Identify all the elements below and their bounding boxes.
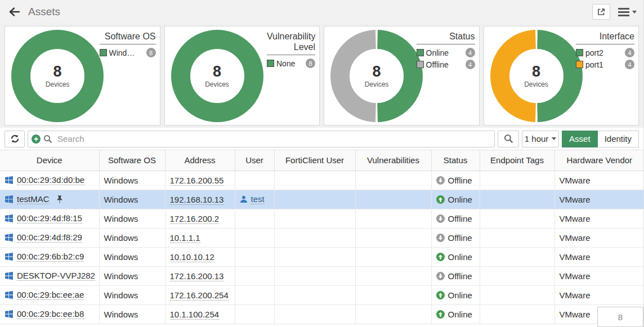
windows-icon (5, 290, 14, 299)
windows-icon (5, 233, 14, 242)
status-label: Online (448, 290, 472, 300)
search-submit-button[interactable] (498, 131, 519, 147)
view-tabs: Asset Identity (562, 131, 639, 147)
chart-title: Interface (576, 31, 634, 42)
donut-chart[interactable] (169, 28, 265, 124)
chevron-down-icon (552, 137, 556, 140)
hardware-vendor: VMware (560, 233, 591, 243)
legend-item[interactable]: Windows 8 (100, 48, 156, 57)
table-row[interactable]: 00:0c:29:4d:f8:15 Windows 172.16.200.2 O… (0, 209, 644, 228)
device-address[interactable]: 172.16.200.55 (170, 176, 224, 186)
legend-item[interactable]: port1 4 (576, 60, 634, 69)
device-name[interactable]: 00:0c:29:4d:f8:29 (17, 232, 82, 243)
device-address[interactable]: 10.10.10.12 (170, 252, 214, 262)
external-link-icon (597, 7, 606, 16)
legend-item[interactable]: Online 4 (417, 48, 475, 57)
column-header-user[interactable]: User (235, 150, 274, 171)
column-header-status[interactable]: Status (431, 150, 480, 171)
legend-label: Offline (426, 60, 449, 69)
device-address[interactable]: 10.1.1.1 (170, 233, 200, 243)
tab-asset[interactable]: Asset (562, 131, 598, 147)
assets-page: Assets 8 DevicesSoftware OS Windows 88 D… (0, 0, 644, 327)
device-address[interactable]: 172.16.200.254 (170, 290, 229, 301)
legend-item[interactable]: Offline 4 (417, 60, 475, 69)
table-row[interactable]: testMAC Windows 192.168.10.13 test Onlin… (0, 190, 644, 209)
table-row[interactable]: 00:0c:29:bc:ee:b8 Windows 10.1.100.254 O… (0, 304, 644, 324)
open-in-new-window-button[interactable] (592, 4, 610, 20)
row-count-indicator: 8 (597, 307, 643, 327)
device-name[interactable]: 00:0c:29:bc:ee:b8 (17, 309, 84, 319)
donut-chart[interactable] (489, 28, 584, 124)
user-name[interactable]: test (251, 194, 265, 204)
device-name[interactable]: 00:0c:29:6b:b2:c9 (17, 252, 84, 262)
device-address[interactable]: 172.16.200.2 (170, 214, 220, 224)
legend-swatch (100, 49, 107, 56)
column-header-endpoint-tags[interactable]: Endpoint Tags (480, 150, 554, 171)
legend-divider (267, 55, 315, 55)
tab-identity[interactable]: Identity (598, 131, 639, 147)
table-header-row: DeviceSoftware OSAddressUserFortiClient … (0, 150, 644, 171)
column-header-software-os[interactable]: Software OS (99, 150, 165, 171)
software-os: Windows (104, 310, 138, 319)
device-address[interactable]: 172.16.200.13 (170, 271, 224, 281)
table-row[interactable]: DESKTOP-VVPJ282 Windows 172.16.200.13 Of… (0, 266, 644, 285)
time-range-value: 1 hour (525, 134, 549, 144)
legend-divider (417, 44, 475, 44)
legend-swatch (417, 61, 424, 68)
legend-count-badge: 4 (625, 60, 634, 69)
hardware-vendor: VMware (560, 176, 591, 185)
status-label: Online (448, 195, 472, 204)
software-os: Windows (104, 176, 138, 185)
legend-label: port1 (585, 60, 603, 69)
column-header-hardware-vendor[interactable]: Hardware Vendor (554, 150, 644, 171)
column-header-forticlient-user[interactable]: FortiClient User (274, 150, 355, 171)
summary-charts: 8 DevicesSoftware OS Windows 88 DevicesV… (0, 24, 643, 128)
table-row[interactable]: 00:0c:29:bc:ee:ae Windows 172.16.200.254… (0, 285, 644, 304)
column-header-vulnerabilities[interactable]: Vulnerabilities (355, 150, 431, 171)
back-button[interactable] (7, 4, 23, 20)
legend-label: Online (426, 48, 449, 57)
status-offline-icon (436, 176, 445, 185)
software-os: Windows (104, 195, 138, 204)
device-name[interactable]: DESKTOP-VVPJ282 (17, 271, 95, 281)
device-address[interactable]: 192.168.10.13 (170, 195, 224, 205)
column-header-address[interactable]: Address (165, 150, 235, 171)
hardware-vendor: VMware (560, 252, 591, 262)
top-bar: Assets (0, 0, 643, 24)
legend-item[interactable]: port2 4 (576, 48, 634, 57)
status-offline-icon (436, 214, 445, 223)
status-label: Online (448, 310, 472, 319)
device-name[interactable]: 00:0c:29:4d:f8:15 (17, 213, 82, 223)
chevron-down-icon (632, 11, 637, 14)
donut-chart[interactable] (10, 28, 105, 124)
legend-item[interactable]: None 8 (267, 59, 315, 68)
device-name[interactable]: 00:0c:29:3d:d0:be (17, 175, 84, 185)
table-row[interactable]: 00:0c:29:4d:f8:29 Windows 10.1.1.1 Offli… (0, 228, 644, 247)
table-row[interactable]: 00:0c:29:6b:b2:c9 Windows 10.10.10.12 On… (0, 247, 644, 266)
legend-divider (576, 44, 634, 44)
software-os: Windows (104, 290, 138, 300)
time-range-dropdown[interactable]: 1 hour (522, 131, 559, 147)
donut-chart[interactable] (329, 28, 424, 124)
software-os: Windows (104, 214, 138, 223)
search-icon (43, 135, 52, 144)
table-row[interactable]: 00:0c:29:3d:d0:be Windows 172.16.200.55 … (0, 171, 644, 190)
chart-legend: Vulnerability Level None 8 (267, 31, 315, 68)
status-online-icon (436, 195, 445, 204)
windows-icon (5, 271, 14, 280)
column-header-device[interactable]: Device (0, 150, 99, 171)
search-field-wrap: + (28, 131, 495, 147)
device-name[interactable]: 00:0c:29:bc:ee:ae (17, 290, 84, 300)
page-title: Assets (28, 6, 60, 18)
menu-button[interactable] (618, 6, 637, 18)
refresh-button[interactable] (5, 131, 25, 147)
legend-count-badge: 8 (146, 48, 156, 57)
pin-icon (56, 195, 63, 204)
device-name[interactable]: testMAC (17, 194, 50, 204)
search-input[interactable] (28, 131, 495, 147)
legend-divider (100, 44, 156, 44)
device-address[interactable]: 10.1.100.254 (170, 310, 220, 320)
assets-table: DeviceSoftware OSAddressUserFortiClient … (0, 150, 644, 324)
add-filter-icon[interactable]: + (32, 135, 41, 144)
chart-legend: Software OS Windows 8 (100, 31, 156, 57)
